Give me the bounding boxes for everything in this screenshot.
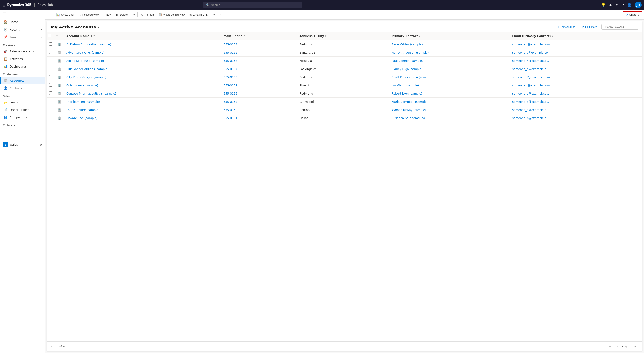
phone-link[interactable]: 555-0159 [224, 84, 237, 87]
view-title-chevron-icon[interactable]: ∨ [98, 26, 100, 29]
contact-link[interactable]: Robert Lyon (sample) [392, 92, 422, 95]
sidebar-collapse-button[interactable]: ☰ [0, 10, 45, 18]
edit-filters-button[interactable]: ⚗ Edit filters [580, 24, 599, 30]
account-name-link[interactable]: A. Datum Corporation (sample) [66, 43, 111, 46]
email-link[interactable]: someone_b@example.c... [512, 116, 549, 120]
search-input[interactable] [211, 3, 299, 6]
account-name-chevron-icon[interactable]: ∨ [93, 34, 95, 37]
contact-link[interactable]: Jim Glynn (sample) [392, 84, 419, 87]
account-name-link[interactable]: Alpine Ski House (sample) [66, 59, 104, 62]
phone-link[interactable]: 555-0155 [224, 76, 237, 79]
email-link[interactable]: someone_i@example.com [512, 43, 550, 46]
help-icon[interactable]: ? [622, 3, 624, 7]
primary-contact-chevron-icon[interactable]: ∨ [418, 34, 420, 37]
share-button[interactable]: ↗ Share ∨ [623, 11, 642, 18]
phone-link[interactable]: 555-0152 [224, 51, 237, 54]
sidebar-bottom-sales[interactable]: S Sales ◇ [0, 140, 45, 150]
next-page-button[interactable]: → [632, 344, 638, 349]
sidebar-item-competitors[interactable]: 👥 Competitors [0, 114, 45, 121]
show-chart-button[interactable]: 📊 Show Chart [54, 12, 77, 18]
person-icon[interactable]: 👤 [627, 3, 632, 7]
contact-link[interactable]: Nancy Anderson (sample) [392, 51, 429, 54]
email-link[interactable]: someone_j@example.com [512, 84, 550, 87]
email-link[interactable]: someone_h@example.c... [512, 59, 549, 62]
phone-link[interactable]: 555-0154 [224, 67, 237, 70]
row-checkbox[interactable] [49, 100, 52, 103]
email-link-button[interactable]: ✉ Email a Link [187, 12, 210, 18]
account-name-link[interactable]: Fourth Coffee (sample) [66, 108, 99, 112]
plus-icon[interactable]: + [609, 3, 612, 7]
contact-link[interactable]: Paul Cannon (sample) [392, 59, 423, 62]
sidebar-item-leads[interactable]: ✨ Leads [0, 98, 45, 106]
contact-link[interactable]: Susanna Stubberod (sa... [392, 116, 428, 120]
sidebar-item-activities[interactable]: 📋 Activities [0, 55, 45, 62]
contact-link[interactable]: Rene Valdes (sample) [392, 43, 423, 46]
contact-link[interactable]: Maria Campbell (sample) [392, 100, 428, 103]
sidebar-item-accounts[interactable]: 🏢 Accounts [0, 77, 45, 84]
account-name-link[interactable]: Adventure Works (sample) [66, 51, 104, 54]
email-link[interactable]: someone_g@example.c... [512, 92, 549, 95]
account-name-link[interactable]: Fabrikam, Inc. (sample) [66, 100, 100, 103]
email-chevron-icon[interactable]: ∨ [552, 34, 554, 37]
primary-contact-header[interactable]: Primary Contact ∨ [389, 32, 510, 40]
focused-view-button[interactable]: ≡ Focused view [78, 12, 101, 18]
phone-link[interactable]: 555-0153 [224, 100, 237, 103]
contact-link[interactable]: Yvonne McKay (sample) [392, 108, 426, 112]
contact-link[interactable]: Scott Konersmann (sam... [392, 76, 429, 79]
email-link[interactable]: someone_e@example.c... [512, 67, 549, 70]
back-button[interactable]: ← [47, 12, 54, 18]
sidebar-item-dashboards[interactable]: 📊 Dashboards [0, 62, 45, 70]
account-name-link[interactable]: Coho Winery (sample) [66, 84, 98, 87]
row-checkbox[interactable] [49, 108, 52, 111]
phone-link[interactable]: 555-0156 [224, 92, 237, 95]
visualize-button[interactable]: 📋 Visualize this view [156, 12, 187, 18]
main-phone-chevron-icon[interactable]: ∨ [243, 34, 245, 37]
waffle-icon[interactable]: ⊞ [2, 3, 6, 7]
account-name-link[interactable]: Blue Yonder Airlines (sample) [66, 67, 108, 70]
phone-link[interactable]: 555-0158 [224, 43, 237, 46]
phone-link[interactable]: 555-0150 [224, 108, 237, 112]
sidebar-item-pinned[interactable]: 📌 Pinned ∨ [0, 33, 45, 41]
email-header[interactable]: Email (Primary Contact) ∨ [510, 32, 642, 40]
row-checkbox[interactable] [49, 83, 52, 86]
filter-keyword-input[interactable] [602, 24, 638, 30]
account-name-link[interactable]: Litware, Inc. (sample) [66, 116, 98, 120]
row-checkbox[interactable] [49, 116, 52, 119]
gear-icon[interactable]: ⚙ [615, 3, 618, 7]
sidebar-item-contacts[interactable]: 👤 Contacts [0, 84, 45, 92]
new-button[interactable]: + New [101, 12, 114, 18]
account-name-link[interactable]: City Power & Light (sample) [66, 76, 106, 79]
delete-button[interactable]: 🗑 Delete [114, 12, 130, 18]
main-phone-header[interactable]: Main Phone ∨ [221, 32, 297, 40]
row-checkbox[interactable] [49, 59, 52, 62]
email-link[interactable]: someone_f@example.com [512, 76, 550, 79]
email-link[interactable]: someone_a@example.c... [512, 108, 549, 112]
phone-link[interactable]: 555-0157 [224, 59, 237, 62]
lightbulb-icon[interactable]: 💡 [601, 3, 606, 7]
phone-link[interactable]: 555-0151 [224, 116, 237, 120]
row-checkbox[interactable] [49, 92, 52, 95]
sidebar-item-opportunities[interactable]: 📄 Opportunities [0, 106, 45, 114]
email-link[interactable]: someone_d@example.c... [512, 100, 549, 103]
avatar[interactable]: JD [635, 2, 642, 8]
row-checkbox[interactable] [49, 67, 52, 70]
edit-columns-button[interactable]: ⊞ Edit columns [555, 24, 577, 30]
row-checkbox[interactable] [49, 75, 52, 78]
sidebar-item-home[interactable]: 🏠 Home [0, 18, 45, 26]
sidebar-item-sales-accelerator[interactable]: 🚀 Sales accelerator [0, 48, 45, 55]
more-options-button[interactable]: ··· [218, 11, 226, 18]
refresh-button[interactable]: ↻ Refresh [139, 12, 156, 18]
account-name-link[interactable]: Contoso Pharmaceuticals (sample) [66, 92, 116, 95]
select-all-checkbox[interactable] [48, 34, 51, 37]
row-checkbox[interactable] [49, 42, 52, 46]
city-header[interactable]: Address 1: City ∨ [297, 32, 389, 40]
email-more-chevron[interactable]: ∨ [212, 12, 216, 18]
prev-page-button[interactable]: ← [614, 344, 620, 349]
account-name-header[interactable]: Account Name ↑ ∨ [64, 32, 221, 40]
email-link[interactable]: someone_c@example.co... [512, 51, 550, 54]
contact-link[interactable]: Sidney Higa (sample) [392, 67, 422, 70]
search-bar[interactable]: 🔍 [204, 2, 302, 8]
city-chevron-icon[interactable]: ∨ [325, 34, 327, 37]
row-checkbox[interactable] [49, 50, 52, 54]
delete-more-chevron[interactable]: ∨ [132, 12, 136, 18]
